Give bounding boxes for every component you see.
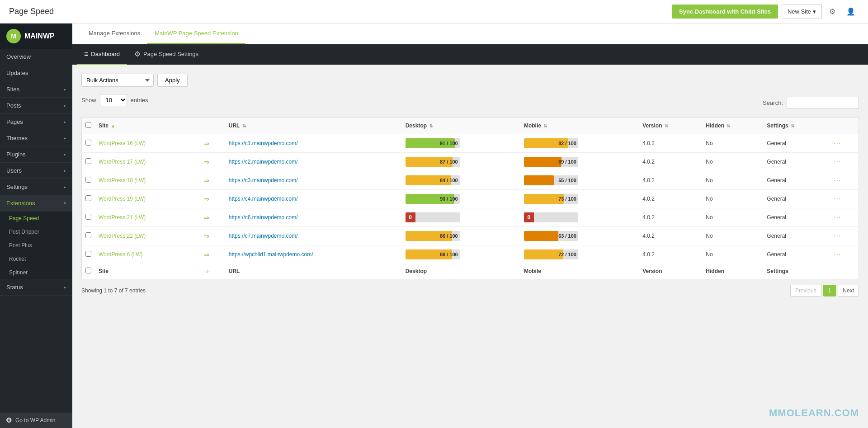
login-icon[interactable]: ⇒ [203,214,209,221]
url-link[interactable]: https://wpchild1.mainwpdemo.com/ [229,251,313,258]
col-header-site[interactable]: Site ▲ [95,118,200,134]
page-title: Page Speed [9,7,672,16]
settings-icon-button[interactable]: ⚙ [826,5,839,18]
row-settings-cell: General [763,153,830,171]
search-label: Search: [763,99,783,106]
row-actions-cell: ··· [830,245,859,264]
row-actions-cell: ··· [830,208,859,227]
subtab-page-speed-settings[interactable]: ⚙ Page Speed Settings [127,44,206,65]
select-all-checkbox[interactable] [85,122,91,128]
subtab-dashboard[interactable]: ≡ Dashboard [77,44,127,65]
row-settings-cell: General [763,171,830,190]
login-icon[interactable]: ⇒ [203,158,209,166]
row-actions-icon[interactable]: ··· [834,213,841,221]
sidebar-sub-item-rocket[interactable]: Rocket [0,252,72,266]
row-checkbox-cell [82,208,95,227]
row-desktop-cell: 84 / 100 [402,171,520,190]
site-name-link[interactable]: WordPress 19 (LW) [99,196,146,202]
col-header-mobile[interactable]: Mobile ⇅ [520,118,639,134]
sidebar-item-overview[interactable]: Overview [0,49,72,65]
site-name-link[interactable]: WordPress 17 (LW) [99,159,146,165]
row-actions-icon[interactable]: ··· [834,139,841,147]
row-hidden-cell: No [702,245,763,264]
row-checkbox[interactable] [85,177,91,183]
entries-per-page-select[interactable]: 10 25 50 100 [100,94,127,106]
search-input[interactable] [787,97,859,109]
site-name-link[interactable]: WordPress 21 (LW) [99,214,146,221]
url-link[interactable]: https://c7.mainwpdemo.com/ [229,233,298,239]
url-link[interactable]: https://c6.mainwpdemo.com/ [229,214,298,221]
col-header-actions [830,118,859,134]
sidebar-sub-item-page-speed[interactable]: Page Speed [0,212,72,225]
row-actions-icon[interactable]: ··· [834,195,841,202]
url-link[interactable]: https://c2.mainwpdemo.com/ [229,159,298,165]
row-desktop-cell: 87 / 100 [402,153,520,171]
chevron-right-icon: ▸ [64,136,66,141]
new-site-button[interactable]: New Site ▾ [782,4,822,19]
footer-settings-col: Settings [763,263,830,279]
sidebar-item-themes[interactable]: Themes ▸ [0,130,72,146]
row-mobile-cell: 82 / 100 [520,134,639,153]
login-icon[interactable]: ⇒ [203,140,209,147]
site-name-link[interactable]: WordPress 18 (LW) [99,177,146,183]
col-header-settings[interactable]: Settings ⇅ [763,118,830,134]
sidebar-item-settings[interactable]: Settings ▸ [0,179,72,195]
url-link[interactable]: https://c4.mainwpdemo.com/ [229,196,298,202]
row-actions-icon[interactable]: ··· [834,158,841,165]
col-header-version[interactable]: Version ⇅ [639,118,702,134]
site-name-link[interactable]: WordPress 22 (LW) [99,233,146,239]
apply-button[interactable]: Apply [157,74,188,87]
tab-manage-extensions[interactable]: Manage Extensions [81,24,147,44]
row-checkbox[interactable] [85,140,91,146]
url-link[interactable]: https://c1.mainwpdemo.com/ [229,140,298,146]
row-actions-cell: ··· [830,153,859,171]
bulk-actions-select[interactable]: Bulk Actions Get Page Speed [81,74,154,87]
user-icon-button[interactable]: 👤 [843,5,859,18]
col-header-hidden[interactable]: Hidden ⇅ [702,118,763,134]
chevron-right-icon: ▸ [64,285,66,290]
row-checkbox[interactable] [85,232,91,238]
chevron-right-icon: ▸ [64,168,66,173]
row-checkbox[interactable] [85,251,91,257]
col-header-desktop[interactable]: Desktop ⇅ [402,118,520,134]
row-settings-cell: General [763,208,830,227]
sidebar-item-posts[interactable]: Posts ▸ [0,98,72,114]
row-actions-cell: ··· [830,190,859,208]
table-header-row: Site ▲ URL ⇅ Desktop ⇅ Mobile ⇅ [82,118,859,134]
site-name-link[interactable]: WordPress 6 (LW) [99,251,143,258]
row-actions-cell: ··· [830,227,859,245]
sidebar-item-updates[interactable]: Updates [0,65,72,81]
sidebar-item-extensions[interactable]: Extensions ▾ [0,195,72,212]
site-name-link[interactable]: WordPress 16 (LW) [99,140,146,146]
sidebar-item-status[interactable]: Status ▸ [0,279,72,296]
row-checkbox[interactable] [85,158,91,164]
row-site-cell: WordPress 21 (LW) [95,208,200,227]
sidebar-sub-item-post-plus[interactable]: Post Plus [0,239,72,252]
login-icon[interactable]: ⇒ [203,251,209,259]
sidebar-item-users[interactable]: Users ▸ [0,163,72,179]
url-link[interactable]: https://c3.mainwpdemo.com/ [229,177,298,183]
login-icon[interactable]: ⇒ [203,177,209,184]
sidebar-sub-item-spinner[interactable]: Spinner [0,266,72,279]
next-page-button[interactable]: Next [838,285,859,296]
sidebar-item-pages[interactable]: Pages ▸ [0,114,72,130]
sidebar-item-sites[interactable]: Sites ▸ [0,81,72,98]
login-icon[interactable]: ⇒ [203,232,209,240]
sync-dashboard-button[interactable]: Sync Dashboard with Child Sites [672,5,778,19]
row-actions-icon[interactable]: ··· [834,232,841,240]
footer-select-all-checkbox[interactable] [85,268,91,273]
tabs-bar: Manage Extensions MainWP Page Speed Exte… [72,24,868,44]
sidebar-sub-item-post-dripper[interactable]: Post Dripper [0,225,72,239]
login-icon[interactable]: ⇒ [203,195,209,203]
row-actions-icon[interactable]: ··· [834,176,841,184]
sidebar-item-plugins[interactable]: Plugins ▸ [0,146,72,163]
row-checkbox[interactable] [85,214,91,220]
page-1-button[interactable]: 1 [823,285,836,296]
tab-mainwp-page-speed[interactable]: MainWP Page Speed Extension [147,24,245,44]
col-header-url[interactable]: URL ⇅ [225,118,402,134]
row-actions-icon[interactable]: ··· [834,250,841,258]
row-checkbox[interactable] [85,195,91,201]
previous-page-button[interactable]: Previous [790,285,821,296]
chevron-right-icon: ▸ [64,87,66,92]
go-to-wp-admin-button[interactable]: 🅦 Go to WP Admin [0,413,72,428]
